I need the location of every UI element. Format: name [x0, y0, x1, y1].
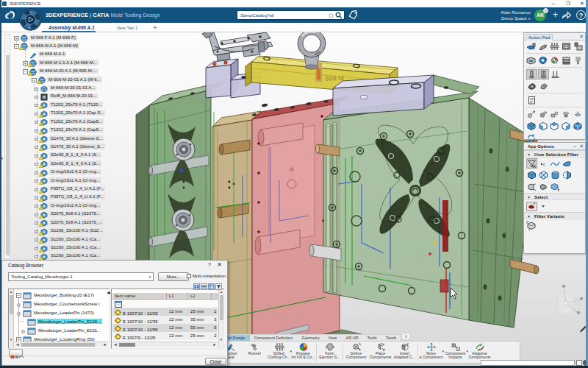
ribbon-button[interactable]: PlaceComponents: [368, 342, 392, 363]
catalog-items-table[interactable]: Item nameL1L2 -E 1007/10 - 12/2512 mm25 …: [111, 289, 224, 349]
window-maximize-button[interactable]: ❐: [563, 0, 573, 7]
ribbon-tab[interactable]: Touch: [381, 335, 401, 341]
table-vscrollbar[interactable]: ▲ ▼: [218, 289, 223, 348]
tree-item-label[interactable]: O-ring/16x2 A.1 (O-ring...: [49, 177, 101, 183]
scroll-down-icon[interactable]: ▼: [10, 338, 12, 342]
table-column-header[interactable]: L1: [167, 293, 188, 299]
sub-fit-icon[interactable]: [549, 109, 560, 119]
sub-blk-icon[interactable]: [573, 109, 584, 119]
tree-item-label[interactable]: T1202_25x70 A.1 (T120...: [49, 102, 103, 107]
scroll-right-icon[interactable]: ►: [212, 342, 218, 347]
tree-item-label[interactable]: T1202_25x70 A.1 (Cap5...: [49, 118, 104, 124]
scroll-left-icon[interactable]: ◄: [112, 342, 118, 347]
section-header[interactable]: ▼Select: [524, 193, 585, 200]
multi-instantiation-checkbox[interactable]: Multi-instantiation: [187, 274, 226, 278]
chapter-label[interactable]: Meusburger_LeaderPin_E100...: [37, 319, 102, 324]
section-header[interactable]: ▼User Selection Filter: [524, 150, 585, 158]
action-pad-close-icon[interactable]: ✕: [579, 33, 584, 40]
view-large-icon[interactable]: [193, 283, 200, 290]
ribbon-button[interactable]: DrilledCooling Ch... ▼: [267, 342, 291, 363]
tree-item-label[interactable]: S2e00_8_1_4_0 A.1 (S...: [49, 152, 101, 158]
tree-item-label[interactable]: S1200_15x100 A.1 (Ca...: [49, 236, 101, 242]
user-cluster[interactable]: Alain Romanov Demo Space ∨: [501, 10, 531, 21]
panel-divider-arrow[interactable]: ◄: [106, 290, 111, 295]
new-tab-button[interactable]: +: [153, 24, 157, 32]
table-column-header[interactable]: L2: [188, 293, 212, 299]
chapter-label[interactable]: Meusburger_LeaderPin_E101...: [37, 328, 102, 333]
table-hscrollbar[interactable]: ◄ ►: [112, 342, 218, 347]
section-header[interactable]: ▼Filter Variants: [524, 212, 585, 219]
volume-box-icon[interactable]: [526, 170, 537, 180]
fitting-block-icon[interactable]: [573, 41, 584, 52]
tree-scrollbar[interactable]: [4, 34, 10, 259]
curve-sel-icon[interactable]: [550, 158, 561, 169]
scroll-left-icon[interactable]: ◄: [15, 342, 21, 347]
scroll-up-icon[interactable]: ▲: [220, 290, 223, 294]
ribbon-button[interactable]: Preparefor Fill & Co...: [291, 342, 315, 363]
checkbox-box[interactable]: [187, 274, 191, 278]
tree-item-label[interactable]: O-ring/16x2 A.1 (O-ring...: [49, 202, 101, 208]
tag-icon[interactable]: [348, 10, 359, 21]
catalog-combobox[interactable]: Tooling_Catalog_Meusburger-1∨: [8, 272, 154, 281]
chapter-tree-vscrollbar[interactable]: ▲ ▼: [9, 289, 14, 348]
view-details-icon[interactable]: [208, 283, 215, 290]
tree-item-label[interactable]: M-666-M-20 A.1 (M-665-M-...: [38, 68, 98, 74]
tree-item-label[interactable]: S2075_8x8 A.1 (S2075_...: [49, 219, 104, 225]
scroll-right-icon[interactable]: ►: [102, 342, 108, 347]
glue-gun-icon[interactable]: [526, 41, 537, 52]
tree-item-label[interactable]: S1200_15x100 A.1 (Ca...: [49, 245, 101, 251]
tree-expander-icon[interactable]: +: [23, 61, 28, 66]
chapter-expander-icon[interactable]: −: [16, 293, 21, 298]
tree-item-label[interactable]: M-666-M-20-01 A.1 (M-6...: [47, 77, 102, 82]
selection-frame-icon[interactable]: [576, 360, 582, 366]
cube-right-icon[interactable]: [561, 121, 572, 131]
ribbon-tab[interactable]: Tools: [363, 335, 381, 341]
help-button[interactable]: ?: [576, 10, 586, 20]
chapter-label[interactable]: Meusburger_CountersunkScrew (: [32, 301, 101, 306]
plate-block-icon[interactable]: [561, 41, 572, 52]
tree-scrollbar-thumb[interactable]: [6, 55, 10, 255]
select-brush-icon[interactable]: [526, 201, 537, 211]
search-input[interactable]: [240, 12, 323, 19]
ribbon-button[interactable]: Runner: [243, 342, 267, 363]
ribbon-tab[interactable]: Geometry: [297, 335, 323, 341]
tree-item-label[interactable]: S1200_15x100 A.1 (S12...: [49, 228, 104, 234]
model-tree[interactable]: ◄ +M-666 F A.1 (M-666 F)−M-666-M A.1 (M-…: [0, 32, 191, 261]
mold-insert-icon[interactable]: [526, 55, 537, 66]
cube-cursor-icon[interactable]: [550, 182, 561, 192]
tree-item-label[interactable]: S1470_30 A.1 (Sleeve_S...: [49, 144, 105, 149]
tree-expander-icon[interactable]: −: [32, 78, 37, 83]
funnel-x-icon[interactable]: [526, 158, 537, 169]
sphere-gear-icon[interactable]: [526, 182, 537, 192]
update-arrows-icon[interactable]: [526, 132, 537, 143]
ribbon-tab[interactable]: Component Definition: [250, 335, 298, 341]
action-pad-header[interactable]: Action Pad ✕: [524, 33, 585, 40]
tree-item-label[interactable]: O-ring/16x2 A.1 (O-ring...: [49, 169, 101, 175]
pin-cyl-icon[interactable]: [526, 69, 537, 79]
blue-disc-icon[interactable]: [537, 55, 548, 66]
dark-claw-icon[interactable]: [526, 81, 537, 91]
point-sel-icon[interactable]: c: [538, 158, 549, 169]
window-minimize-button[interactable]: –: [548, 0, 559, 7]
catalog-item-row[interactable]: E 1007/10 - 12/3512 mm35 mm3: [112, 316, 218, 324]
tree-item-label[interactable]: S1470_30 A.1 (Sleeve S...: [49, 135, 104, 141]
catalog-item-row[interactable]: E 1007/9 - 12/2512 mm25 mm2: [112, 332, 218, 340]
ribbon-button[interactable]: FormEjection S...: [318, 342, 342, 363]
ejector-pins-icon[interactable]: [550, 69, 561, 79]
tree-item-label[interactable]: S2e00_8_1_4_0 A.1 (S...: [49, 160, 101, 166]
3d-compass[interactable]: 3D: [19, 8, 42, 31]
cube-iso-icon[interactable]: [526, 121, 537, 131]
space-selector[interactable]: Demo Space ∨: [501, 15, 531, 21]
search-icon[interactable]: [335, 12, 343, 19]
tree-expander-icon[interactable]: −: [23, 69, 28, 74]
table-column-header[interactable]: Item name: [112, 293, 167, 299]
volume-cyl-icon[interactable]: [550, 170, 561, 180]
spring-pin-icon[interactable]: [573, 55, 584, 66]
tree-expander-icon[interactable]: −: [14, 44, 19, 49]
right-clamp-plate[interactable]: [333, 75, 434, 116]
ribbon-button[interactable]: InsertAdapted C...: [392, 342, 417, 363]
variant-box-icon[interactable]: [526, 220, 537, 230]
tab-new[interactable]: New Tab 1: [117, 26, 137, 30]
scroll-thumb[interactable]: [220, 295, 223, 320]
surface-sel-icon[interactable]: [562, 158, 573, 169]
